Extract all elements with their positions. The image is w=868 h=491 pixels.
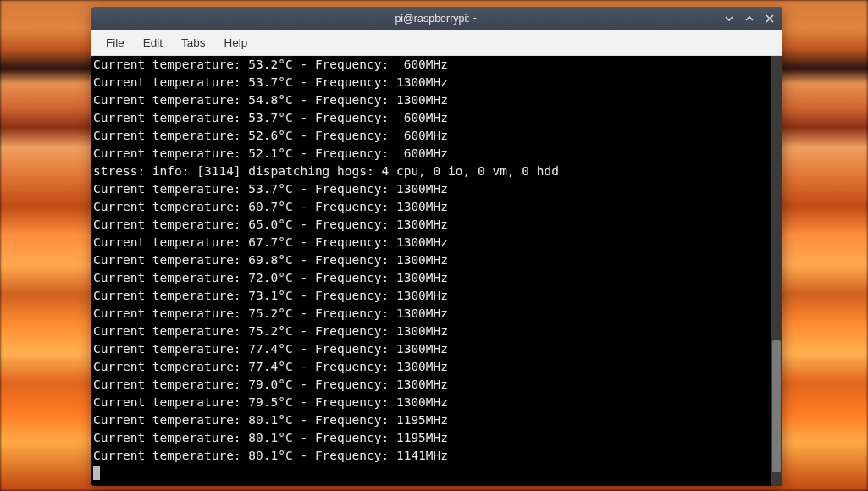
close-button[interactable] xyxy=(760,9,779,28)
maximize-button[interactable] xyxy=(740,9,759,28)
menu-file[interactable]: File xyxy=(98,33,132,52)
menu-edit[interactable]: Edit xyxy=(135,33,170,52)
window-title: pi@raspberrypi: ~ xyxy=(91,13,782,25)
menu-help[interactable]: Help xyxy=(217,33,256,52)
menu-bar: File Edit Tabs Help xyxy=(91,30,782,56)
close-icon xyxy=(766,14,774,23)
window-controls xyxy=(720,7,779,30)
window-titlebar[interactable]: pi@raspberrypi: ~ xyxy=(91,7,782,30)
terminal-scrollbar[interactable] xyxy=(771,56,782,486)
terminal-window: pi@raspberrypi: ~ File Edit Tabs Help Cu… xyxy=(91,7,782,486)
terminal-area: Current temperature: 53.2°C - Frequency:… xyxy=(91,56,782,486)
terminal-output[interactable]: Current temperature: 53.2°C - Frequency:… xyxy=(91,56,771,486)
scrollbar-thumb[interactable] xyxy=(772,340,781,472)
terminal-cursor xyxy=(93,466,100,480)
chevron-down-icon xyxy=(725,14,733,23)
minimize-button[interactable] xyxy=(720,9,738,28)
chevron-up-icon xyxy=(745,14,754,23)
menu-tabs[interactable]: Tabs xyxy=(174,33,213,52)
